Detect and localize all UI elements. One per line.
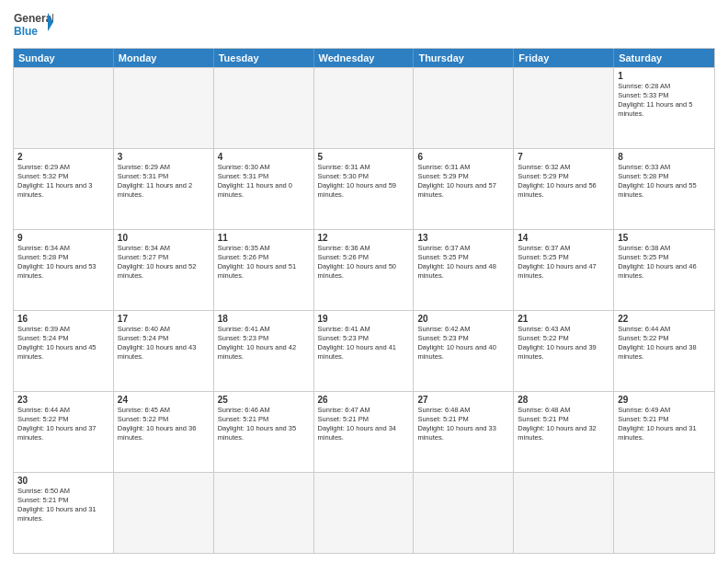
calendar-week-5: 30Sunrise: 6:50 AMSunset: 5:21 PMDayligh… xyxy=(14,472,714,553)
calendar-header-row: SundayMondayTuesdayWednesdayThursdayFrid… xyxy=(14,49,714,67)
cell-sun-info: Sunrise: 6:34 AMSunset: 5:28 PMDaylight:… xyxy=(17,244,109,282)
calendar-cell: 16Sunrise: 6:39 AMSunset: 5:24 PMDayligh… xyxy=(14,311,114,391)
day-number: 18 xyxy=(218,314,310,324)
calendar-cell: 11Sunrise: 6:35 AMSunset: 5:26 PMDayligh… xyxy=(214,230,314,310)
calendar-cell: 8Sunrise: 6:33 AMSunset: 5:28 PMDaylight… xyxy=(614,149,714,229)
calendar-cell xyxy=(514,68,614,148)
cell-sun-info: Sunrise: 6:35 AMSunset: 5:26 PMDaylight:… xyxy=(218,244,310,282)
calendar-body: 1Sunrise: 6:28 AMSunset: 5:33 PMDaylight… xyxy=(14,67,714,553)
cell-sun-info: Sunrise: 6:48 AMSunset: 5:21 PMDaylight:… xyxy=(417,406,509,443)
calendar-cell xyxy=(314,68,415,148)
calendar-cell: 10Sunrise: 6:34 AMSunset: 5:27 PMDayligh… xyxy=(114,230,214,310)
day-header-tuesday: Tuesday xyxy=(214,49,314,67)
day-header-thursday: Thursday xyxy=(414,49,514,67)
calendar-cell: 17Sunrise: 6:40 AMSunset: 5:24 PMDayligh… xyxy=(114,311,214,391)
day-number: 7 xyxy=(518,152,609,162)
cell-sun-info: Sunrise: 6:38 AMSunset: 5:25 PMDaylight:… xyxy=(618,244,711,282)
logo-graphic: General Blue xyxy=(13,9,53,42)
calendar-cell: 21Sunrise: 6:43 AMSunset: 5:22 PMDayligh… xyxy=(514,311,614,391)
day-number: 21 xyxy=(518,314,609,324)
calendar-cell: 24Sunrise: 6:45 AMSunset: 5:22 PMDayligh… xyxy=(114,392,214,472)
cell-sun-info: Sunrise: 6:37 AMSunset: 5:25 PMDaylight:… xyxy=(417,244,509,282)
day-number: 10 xyxy=(118,233,210,243)
calendar-cell xyxy=(514,473,614,553)
day-number: 17 xyxy=(118,314,210,324)
day-number: 3 xyxy=(118,152,210,162)
calendar-cell xyxy=(214,68,314,148)
calendar-cell: 20Sunrise: 6:42 AMSunset: 5:23 PMDayligh… xyxy=(414,311,514,391)
cell-sun-info: Sunrise: 6:39 AMSunset: 5:24 PMDaylight:… xyxy=(17,325,109,362)
calendar-cell: 4Sunrise: 6:30 AMSunset: 5:31 PMDaylight… xyxy=(214,149,314,229)
logo: General Blue xyxy=(13,9,53,42)
cell-sun-info: Sunrise: 6:41 AMSunset: 5:23 PMDaylight:… xyxy=(218,325,310,362)
calendar-cell: 5Sunrise: 6:31 AMSunset: 5:30 PMDaylight… xyxy=(314,149,415,229)
calendar-week-3: 16Sunrise: 6:39 AMSunset: 5:24 PMDayligh… xyxy=(14,310,714,391)
svg-text:General: General xyxy=(14,12,53,25)
cell-sun-info: Sunrise: 6:46 AMSunset: 5:21 PMDaylight:… xyxy=(218,406,310,443)
cell-sun-info: Sunrise: 6:28 AMSunset: 5:33 PMDaylight:… xyxy=(618,82,711,120)
calendar-week-1: 2Sunrise: 6:29 AMSunset: 5:32 PMDaylight… xyxy=(14,148,714,229)
cell-sun-info: Sunrise: 6:45 AMSunset: 5:22 PMDaylight:… xyxy=(118,406,210,443)
cell-sun-info: Sunrise: 6:31 AMSunset: 5:29 PMDaylight:… xyxy=(417,163,509,201)
cell-sun-info: Sunrise: 6:43 AMSunset: 5:22 PMDaylight:… xyxy=(518,325,609,362)
day-number: 30 xyxy=(17,476,109,486)
day-number: 15 xyxy=(618,233,711,243)
calendar-cell: 30Sunrise: 6:50 AMSunset: 5:21 PMDayligh… xyxy=(14,473,114,553)
day-number: 24 xyxy=(118,395,210,405)
calendar-cell xyxy=(314,473,415,553)
day-number: 23 xyxy=(17,395,109,405)
calendar-week-4: 23Sunrise: 6:44 AMSunset: 5:22 PMDayligh… xyxy=(14,391,714,472)
day-number: 9 xyxy=(17,233,109,243)
calendar-week-0: 1Sunrise: 6:28 AMSunset: 5:33 PMDaylight… xyxy=(14,67,714,148)
day-number: 27 xyxy=(417,395,509,405)
calendar-cell: 19Sunrise: 6:41 AMSunset: 5:23 PMDayligh… xyxy=(314,311,415,391)
day-number: 11 xyxy=(218,233,310,243)
calendar-cell xyxy=(114,68,214,148)
calendar-cell xyxy=(414,473,514,553)
day-number: 29 xyxy=(618,395,711,405)
day-number: 25 xyxy=(218,395,310,405)
svg-text:Blue: Blue xyxy=(14,25,38,38)
calendar-cell: 6Sunrise: 6:31 AMSunset: 5:29 PMDaylight… xyxy=(414,149,514,229)
cell-sun-info: Sunrise: 6:30 AMSunset: 5:31 PMDaylight:… xyxy=(218,163,310,201)
calendar-cell: 12Sunrise: 6:36 AMSunset: 5:26 PMDayligh… xyxy=(314,230,415,310)
calendar-cell: 23Sunrise: 6:44 AMSunset: 5:22 PMDayligh… xyxy=(14,392,114,472)
day-number: 14 xyxy=(518,233,609,243)
day-number: 28 xyxy=(518,395,609,405)
calendar-cell: 26Sunrise: 6:47 AMSunset: 5:21 PMDayligh… xyxy=(314,392,415,472)
calendar-cell: 25Sunrise: 6:46 AMSunset: 5:21 PMDayligh… xyxy=(214,392,314,472)
calendar-cell: 14Sunrise: 6:37 AMSunset: 5:25 PMDayligh… xyxy=(514,230,614,310)
calendar-cell: 1Sunrise: 6:28 AMSunset: 5:33 PMDaylight… xyxy=(614,68,714,148)
cell-sun-info: Sunrise: 6:48 AMSunset: 5:21 PMDaylight:… xyxy=(518,406,609,443)
calendar-cell xyxy=(414,68,514,148)
day-header-wednesday: Wednesday xyxy=(314,49,415,67)
day-number: 22 xyxy=(618,314,711,324)
day-header-friday: Friday xyxy=(514,49,614,67)
cell-sun-info: Sunrise: 6:37 AMSunset: 5:25 PMDaylight:… xyxy=(518,244,609,282)
calendar-week-2: 9Sunrise: 6:34 AMSunset: 5:28 PMDaylight… xyxy=(14,229,714,310)
cell-sun-info: Sunrise: 6:41 AMSunset: 5:23 PMDaylight:… xyxy=(318,325,410,362)
day-number: 13 xyxy=(417,233,509,243)
day-number: 19 xyxy=(318,314,410,324)
day-number: 26 xyxy=(318,395,410,405)
day-number: 20 xyxy=(417,314,509,324)
calendar-cell xyxy=(214,473,314,553)
cell-sun-info: Sunrise: 6:29 AMSunset: 5:31 PMDaylight:… xyxy=(118,163,210,201)
calendar-cell: 7Sunrise: 6:32 AMSunset: 5:29 PMDaylight… xyxy=(514,149,614,229)
header: General Blue xyxy=(13,9,715,42)
calendar-cell xyxy=(614,473,714,553)
day-number: 6 xyxy=(417,152,509,162)
calendar-cell: 28Sunrise: 6:48 AMSunset: 5:21 PMDayligh… xyxy=(514,392,614,472)
cell-sun-info: Sunrise: 6:42 AMSunset: 5:23 PMDaylight:… xyxy=(417,325,509,362)
calendar: SundayMondayTuesdayWednesdayThursdayFrid… xyxy=(13,48,715,554)
calendar-cell: 22Sunrise: 6:44 AMSunset: 5:22 PMDayligh… xyxy=(614,311,714,391)
calendar-cell xyxy=(114,473,214,553)
day-number: 8 xyxy=(618,152,711,162)
day-header-sunday: Sunday xyxy=(14,49,114,67)
day-number: 12 xyxy=(318,233,410,243)
calendar-cell: 13Sunrise: 6:37 AMSunset: 5:25 PMDayligh… xyxy=(414,230,514,310)
calendar-cell: 18Sunrise: 6:41 AMSunset: 5:23 PMDayligh… xyxy=(214,311,314,391)
calendar-cell: 15Sunrise: 6:38 AMSunset: 5:25 PMDayligh… xyxy=(614,230,714,310)
cell-sun-info: Sunrise: 6:34 AMSunset: 5:27 PMDaylight:… xyxy=(118,244,210,282)
day-number: 1 xyxy=(618,71,711,81)
